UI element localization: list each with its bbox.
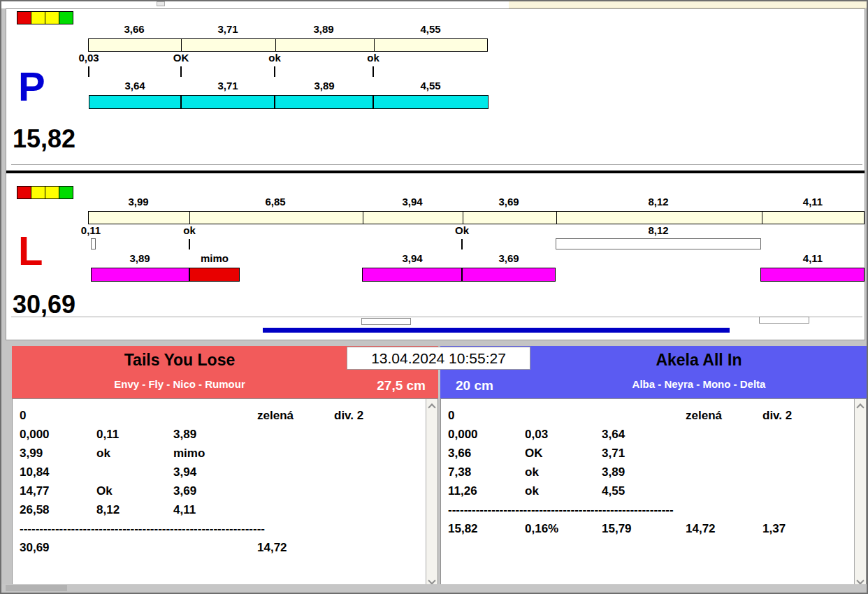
team-panel-right: Akela All In 20 cm Alba - Neyra - Mono -… [440, 346, 867, 587]
lane-divider [6, 171, 865, 173]
start-lights [17, 186, 73, 199]
result-cell: 3,64 [602, 425, 625, 444]
crossing-tick [88, 66, 89, 77]
window-footer [1, 584, 867, 593]
results-scrollbar[interactable] [854, 399, 866, 586]
split-time-label: 8,12 [648, 196, 668, 208]
app-window: P 3,663,713,894,550,03OKokok3,643,713,89… [0, 0, 868, 594]
dog-time-label: 3,94 [402, 253, 422, 264]
result-row: 7,38ok3,89 [441, 463, 854, 481]
scroll-up-button[interactable] [427, 400, 437, 412]
crossing-mark-label: 0,11 [81, 225, 101, 236]
result-cell: 30,69 [20, 538, 50, 557]
lane-l-panel: L 3,996,853,943,698,124,110,11okOk8,123,… [11, 182, 862, 317]
dog-time-label: 3,69 [498, 253, 519, 264]
results-scrollbar[interactable] [426, 399, 437, 586]
result-cell: 0 [448, 406, 454, 425]
split-time-label: 3,66 [124, 24, 144, 35]
dog-time-label: 4,11 [803, 253, 823, 264]
crossing-tick [180, 66, 182, 77]
result-cell: 4,55 [602, 481, 625, 500]
team-panel-left: Tails You Lose Envy - Fly - Nico - Rumou… [12, 346, 438, 587]
result-row: 3,99okmimo [13, 444, 426, 463]
timeline-progress-bar [263, 328, 730, 333]
result-cell: 3,69 [173, 481, 196, 500]
result-cell: 3,89 [173, 425, 196, 444]
result-row: 10,843,94 [13, 463, 426, 481]
lane-p-total-time: 15,82 [13, 126, 75, 152]
result-row: 15,820,16%15,7914,721,37 [441, 519, 854, 538]
top-strip-tick [157, 1, 165, 6]
crossing-mark-label: Ok [455, 225, 469, 236]
segment-divider [374, 39, 375, 51]
team-sub-header: Envy - Fly - Nico - Rumour 27,5 cm [12, 374, 438, 398]
dog-run-segment [373, 95, 489, 109]
scroll-down-button[interactable] [855, 574, 865, 585]
dog-run-segment [760, 268, 865, 282]
segment-divider [363, 212, 363, 224]
split-time-label: 3,99 [128, 196, 148, 208]
start-light [45, 11, 59, 24]
crossing-mark-label: OK [173, 52, 189, 64]
lane-p-letter: P [18, 66, 45, 107]
results-area: 0zelenádiv. 20,0000,113,893,99okmimo10,8… [12, 398, 438, 587]
jump-height: 20 cm [456, 378, 493, 393]
dog-run-segment [89, 95, 181, 109]
split-time-label: 6,85 [265, 196, 285, 208]
scroll-down-button[interactable] [427, 574, 437, 585]
crossing-mark-label: ok [183, 225, 196, 236]
crossing-mark-label: 0,03 [78, 52, 99, 64]
dog-run-segment [362, 268, 462, 282]
result-cell: 8,12 [96, 500, 120, 519]
result-separator-row: ----------------------------------------… [13, 519, 426, 538]
result-cell: 15,82 [448, 519, 478, 538]
result-cell: 1,37 [762, 519, 786, 538]
result-cell: Ok [96, 481, 113, 500]
lane-l-letter: L [18, 231, 43, 271]
crossing-tick [189, 239, 190, 249]
start-light [17, 11, 31, 24]
crossing-mark-label: 8,12 [648, 225, 668, 236]
timeline-marker [759, 317, 809, 324]
dog-run-segment [275, 95, 373, 109]
scroll-up-button[interactable] [855, 400, 865, 412]
team-dogs: Alba - Neyra - Mono - Delta [440, 374, 867, 395]
crossing-mark-label: ok [268, 52, 281, 64]
split-time-label: 4,55 [420, 24, 440, 35]
result-cell: 3,66 [448, 444, 471, 463]
result-row: 30,6914,72 [13, 538, 426, 557]
crossing-tick [274, 66, 275, 77]
chevron-down-icon [428, 577, 435, 584]
result-cell: 14,77 [20, 481, 50, 500]
split-outline-bar [556, 238, 761, 249]
split-time-label: 3,71 [217, 24, 238, 35]
result-cell: 0,000 [448, 425, 478, 444]
split-plan-bar [88, 38, 488, 52]
chevron-down-icon [856, 577, 864, 584]
segment-divider [463, 212, 463, 224]
jump-height: 27,5 cm [377, 378, 426, 393]
result-cell: 14,72 [257, 538, 287, 557]
segment-divider [762, 212, 762, 224]
window-top-strip [1, 1, 867, 8]
result-cell: OK [525, 444, 543, 463]
result-cell: 0,11 [96, 425, 119, 444]
result-cell: 14,72 [686, 519, 716, 538]
dog-time-label: 3,64 [124, 80, 145, 92]
segment-divider [181, 39, 182, 51]
dog-run-segment [91, 268, 189, 282]
segment-divider [189, 212, 190, 224]
result-cell: mimo [173, 444, 205, 463]
result-cell: 3,99 [20, 444, 43, 463]
start-light [59, 11, 73, 24]
result-row: 0zelenádiv. 2 [13, 406, 426, 425]
split-outline-bar [91, 238, 96, 249]
result-cell: 0 [20, 406, 26, 425]
result-cell: 0,03 [525, 425, 548, 444]
start-light [45, 186, 59, 199]
dog-time-label: 3,89 [314, 80, 334, 92]
dog-time-label: 3,89 [129, 253, 150, 264]
result-cell: ok [525, 463, 539, 481]
result-cell: 26,58 [20, 500, 50, 519]
result-cell: div. 2 [334, 406, 363, 425]
